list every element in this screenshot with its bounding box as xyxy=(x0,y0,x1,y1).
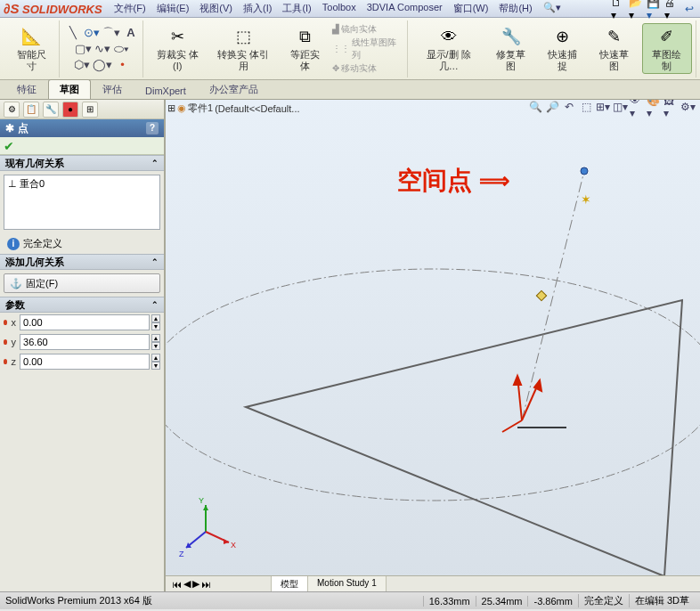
spinner-down[interactable]: ▼ xyxy=(151,362,160,370)
slot-tool-icon[interactable]: ⬭▾ xyxy=(113,41,129,57)
appearance-tab-icon[interactable]: ● xyxy=(62,102,78,118)
display-style-icon[interactable]: ◫▾ xyxy=(613,100,627,114)
edit-appearance-icon[interactable]: 🎨▾ xyxy=(647,100,661,114)
line-tool-icon[interactable]: ╲ xyxy=(65,25,81,41)
spline-tool-icon[interactable]: ∿▾ xyxy=(94,41,110,57)
status-coord-2: 25.34mm xyxy=(476,596,528,607)
section-view-icon[interactable]: ⬚ xyxy=(579,100,593,114)
spinner-down[interactable]: ▼ xyxy=(151,322,160,330)
tab-nav-first-icon[interactable]: ⏮ xyxy=(172,579,182,590)
trim-icon: ✂ xyxy=(167,26,188,47)
tab-dimxpert[interactable]: DimXpert xyxy=(134,82,198,99)
svg-line-9 xyxy=(502,420,522,432)
convert-button[interactable]: ⬚转换实 体引用 xyxy=(209,24,277,72)
rect-tool-icon[interactable]: ▢▾ xyxy=(75,41,92,57)
point-entity-icon: ✱ xyxy=(5,122,14,134)
arc-tool-icon[interactable]: ⌒▾ xyxy=(102,25,120,41)
menu-help[interactable]: 帮助(H) xyxy=(494,0,536,17)
anchor-icon: ⚓ xyxy=(10,278,22,289)
add-relations-header[interactable]: 添加几何关系⌃ xyxy=(0,254,164,270)
param-z-input[interactable] xyxy=(20,354,150,370)
menu-search-icon[interactable]: 🔍▾ xyxy=(539,0,566,17)
polygon-tool-icon[interactable]: ⬡▾ xyxy=(74,57,90,73)
svg-point-3 xyxy=(581,167,588,175)
spinner-down[interactable]: ▼ xyxy=(151,342,160,350)
ellipse-tool-icon[interactable]: ◯▾ xyxy=(93,57,112,73)
prev-view-icon[interactable]: ↶ xyxy=(562,100,576,114)
config-name: (Default<<Default... xyxy=(215,103,299,114)
menu-composer[interactable]: 3DVIA Composer xyxy=(362,0,447,17)
move-button: 移动实体 xyxy=(341,62,377,75)
param-x-label: x xyxy=(9,317,18,328)
tab-nav-prev-icon[interactable]: ◀ xyxy=(183,578,191,590)
spinner-up[interactable]: ▲ xyxy=(151,354,160,362)
sketch-edit-icon: ✐ xyxy=(656,26,678,47)
new-icon[interactable]: 🗋▾ xyxy=(611,2,625,16)
parameters-header[interactable]: 参数⌃ xyxy=(0,297,164,313)
apply-scene-icon[interactable]: 🖼▾ xyxy=(663,100,678,114)
trim-button[interactable]: ✂剪裁实 体(I) xyxy=(149,24,206,72)
graphics-viewport[interactable]: ⊞ ◉ 零件1 (Default<<Default... 🔍 🔎 ↶ ⬚ ⊞▾ … xyxy=(166,100,700,591)
fix-relation-button[interactable]: ⚓固定(F) xyxy=(4,273,160,293)
hide-show-icon[interactable]: 👁▾ xyxy=(630,100,644,114)
dimxpert-tab-icon[interactable]: ⊞ xyxy=(82,102,98,118)
offset-icon: ⧉ xyxy=(294,26,315,47)
menu-insert[interactable]: 插入(I) xyxy=(239,0,276,17)
circle-tool-icon[interactable]: ⊙▾ xyxy=(84,25,100,41)
smart-dimension-button[interactable]: 📐 智能尺 寸 xyxy=(7,24,55,72)
help-icon[interactable]: ? xyxy=(146,122,159,134)
heads-up-view-toolbar: 🔍 🔎 ↶ ⬚ ⊞▾ ◫▾ 👁▾ 🎨▾ 🖼▾ ⚙▾ xyxy=(528,100,695,114)
config-tab-icon[interactable]: 🔧 xyxy=(43,102,59,118)
coincident-relation-icon: ⊥ xyxy=(8,178,17,190)
part-name[interactable]: 零件1 xyxy=(188,102,213,115)
menu-tools[interactable]: 工具(I) xyxy=(278,0,315,17)
undo-icon[interactable]: ↩ xyxy=(682,2,696,16)
tab-sketch[interactable]: 草图 xyxy=(48,79,91,99)
fly-out-tree[interactable]: ⊞ ◉ 零件1 (Default<<Default... xyxy=(167,102,300,115)
tab-office[interactable]: 办公室产品 xyxy=(198,79,270,99)
zoom-fit-icon[interactable]: 🔍 xyxy=(528,100,542,114)
view-orientation-icon[interactable]: ⊞▾ xyxy=(596,100,610,114)
zoom-area-icon[interactable]: 🔎 xyxy=(545,100,559,114)
spinner-up[interactable]: ▲ xyxy=(151,334,160,342)
relations-listbox[interactable]: ⊥ 重合0 xyxy=(4,175,160,230)
product-version: SolidWorks Premium 2013 x64 版 xyxy=(5,594,152,607)
repair-button[interactable]: 🔧修复草 图 xyxy=(487,24,535,72)
menu-view[interactable]: 视图(V) xyxy=(195,0,237,17)
expand-icon[interactable]: ⊞ xyxy=(167,102,175,114)
param-x-input[interactable] xyxy=(20,314,150,330)
save-icon[interactable]: 💾▾ xyxy=(647,2,661,16)
quick-snap-button[interactable]: ⊕快速捕 捉 xyxy=(539,24,587,72)
param-y-input[interactable] xyxy=(20,334,150,350)
status-edit-mode: 在编辑 3D草 xyxy=(629,594,695,607)
existing-relations-header[interactable]: 现有几何关系⌃ xyxy=(0,155,164,171)
tab-evaluate[interactable]: 评估 xyxy=(91,79,134,99)
ribbon-group-display: 👁显示/删 除几… 🔧修复草 图 ⊕快速捕 捉 ✎快速草 图 ✐草图绘 制 xyxy=(410,20,696,77)
open-icon[interactable]: 📂▾ xyxy=(629,2,643,16)
print-icon[interactable]: 🖨▾ xyxy=(664,2,679,16)
text-tool-icon[interactable]: A xyxy=(123,25,139,41)
tab-feature[interactable]: 特征 xyxy=(5,79,48,99)
menu-file[interactable]: 文件(F) xyxy=(110,0,151,17)
show-hide-button[interactable]: 👁显示/删 除几… xyxy=(413,24,484,72)
quick-sketch-button[interactable]: ✎快速草 图 xyxy=(590,24,639,72)
tab-nav-next-icon[interactable]: ▶ xyxy=(192,578,199,590)
ok-check-icon[interactable]: ✔ xyxy=(4,139,14,153)
relation-item[interactable]: 重合0 xyxy=(20,177,45,191)
point-tool-icon[interactable]: • xyxy=(115,57,131,73)
menu-edit[interactable]: 编辑(E) xyxy=(152,0,194,17)
spinner-up[interactable]: ▲ xyxy=(151,314,160,322)
param-dot-icon xyxy=(4,320,7,325)
tab-model[interactable]: 模型 xyxy=(271,576,308,591)
sketch-edit-button[interactable]: ✐草图绘 制 xyxy=(642,23,692,73)
menu-window[interactable]: 窗口(W) xyxy=(449,0,493,17)
menu-toolbox[interactable]: Toolbox xyxy=(318,0,361,17)
tab-nav-last-icon[interactable]: ⏭ xyxy=(201,579,211,590)
svg-point-0 xyxy=(166,269,700,501)
tab-motion-study[interactable]: Motion Study 1 xyxy=(308,576,387,591)
view-settings-icon[interactable]: ⚙▾ xyxy=(680,100,695,114)
dimension-icon: 📐 xyxy=(20,26,42,47)
property-tab-icon[interactable]: 📋 xyxy=(23,102,39,118)
offset-button[interactable]: ⧉等距实 体 xyxy=(281,24,329,72)
feature-tree-tab-icon[interactable]: ⚙ xyxy=(4,102,20,118)
